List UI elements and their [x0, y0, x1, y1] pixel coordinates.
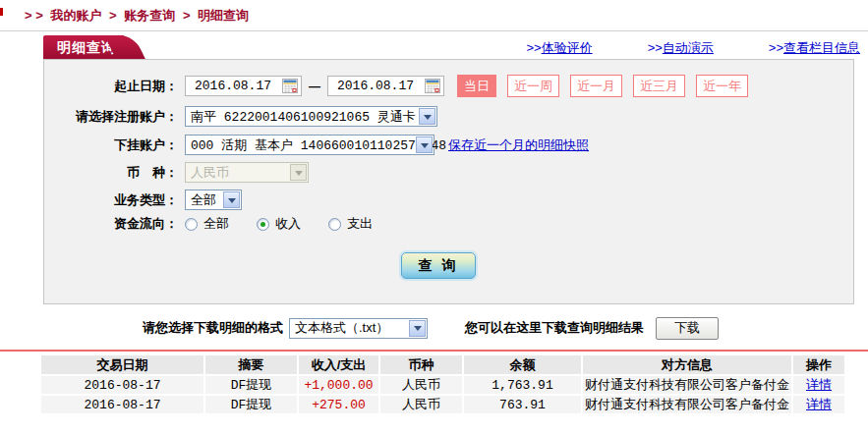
cell-counterparty: 财付通支付科技有限公司客户备付金 — [583, 376, 791, 394]
link-label: 自动演示 — [663, 40, 714, 55]
cell-amount: +275.00 — [299, 396, 378, 413]
chevron-down-icon[interactable] — [416, 136, 433, 153]
table-header-row: 交易日期 摘要 收入/支出 币种 余额 对方信息 操作 — [41, 355, 844, 374]
register-account-row: 请选择注册账户： 南平 6222001406100921065 灵通卡 — [44, 106, 437, 127]
date-range-label: 起止日期： — [44, 78, 178, 95]
breadcrumb-item-my-account[interactable]: 我的账户 — [50, 8, 101, 23]
radio-circle[interactable] — [328, 218, 341, 231]
date-range-dash: — — [309, 80, 320, 93]
quick-range-button[interactable]: 近三月 — [633, 75, 685, 97]
end-date-value: 2016.08.17 — [337, 79, 414, 93]
business-type-label: 业务类型： — [44, 191, 178, 209]
end-date-input[interactable]: 2016.08.17 — [327, 76, 444, 96]
breadcrumb-separator: > — [183, 8, 191, 23]
cell-counterparty: 财付通支付科技有限公司客户备付金 — [583, 396, 791, 413]
cell-summary: DF提现 — [205, 376, 297, 394]
quick-range-button[interactable]: 当日 — [457, 75, 496, 97]
top-divider — [0, 30, 868, 31]
download-format-value: 文本格式（.txt） — [295, 319, 388, 337]
cell-summary: DF提现 — [205, 396, 297, 413]
business-type-value: 全部 — [191, 191, 216, 209]
quick-range-button[interactable]: 近一年 — [696, 75, 748, 97]
fund-flow-option-income[interactable]: 收入 — [275, 215, 301, 233]
link-arrows: >> — [648, 40, 663, 55]
cell-date: 2016-08-17 — [41, 376, 203, 394]
chevron-down-icon[interactable] — [223, 191, 240, 208]
radio-circle[interactable] — [185, 218, 198, 231]
save-snapshot-link[interactable]: 保存近一个月的明细快照 — [448, 136, 589, 154]
cell-currency: 人民币 — [380, 376, 462, 394]
download-hint: 您可以在这里下载查询明细结果 — [465, 319, 644, 337]
fund-flow-row: 资金流向： 全部 收入 支出 — [44, 215, 394, 233]
breadcrumb-item-account-query[interactable]: 账务查询 — [124, 8, 175, 23]
sub-account-label: 下挂账户： — [44, 136, 178, 154]
chevron-down-icon — [290, 164, 307, 181]
col-header-amount: 收入/支出 — [299, 355, 378, 374]
header-links: >>体验评价 >>自动演示 >>查看栏目信息 — [526, 39, 860, 57]
col-header-summary: 摘要 — [205, 355, 297, 374]
register-account-value: 南平 6222001406100921065 灵通卡 — [191, 108, 416, 126]
calendar-icon[interactable] — [425, 79, 440, 93]
detail-link[interactable]: 详情 — [806, 377, 832, 392]
calendar-icon[interactable] — [282, 79, 298, 93]
link-label: 体验评价 — [542, 40, 593, 55]
chevron-down-icon[interactable] — [409, 320, 426, 337]
col-header-currency: 币种 — [380, 355, 462, 374]
start-date-input[interactable]: 2016.08.17 — [185, 76, 302, 96]
quick-range-button[interactable]: 近一月 — [570, 75, 622, 97]
table-row: 2016-08-17 DF提现 +1,000.00 人民币 1,763.91 财… — [41, 376, 844, 394]
transaction-table: 交易日期 摘要 收入/支出 币种 余额 对方信息 操作 2016-08-17 D… — [39, 353, 846, 415]
cell-amount: +1,000.00 — [299, 376, 378, 394]
experience-feedback-link[interactable]: >>体验评价 — [526, 39, 592, 57]
download-format-select[interactable]: 文本格式（.txt） — [289, 318, 428, 339]
register-account-label: 请选择注册账户： — [44, 108, 178, 126]
col-header-action: 操作 — [793, 355, 844, 374]
cell-currency: 人民币 — [380, 396, 462, 413]
detail-query-page: > > 我的账户 > 账务查询 > 明细查询 明细查询 >>体验评价 >>自动演… — [0, 0, 868, 434]
date-range-row: 起止日期： 2016.08.17 — 2016.08.17 — [44, 75, 748, 97]
link-label: 查看栏目信息 — [783, 40, 860, 55]
download-row: 请您选择下载明细的格式 文本格式（.txt） 您可以在这里下载查询明细结果 下载 — [0, 316, 868, 340]
chevron-down-icon[interactable] — [419, 108, 435, 125]
cell-date: 2016-08-17 — [41, 396, 203, 413]
tab-detail-query[interactable]: 明细查询 — [43, 35, 124, 59]
register-account-select[interactable]: 南平 6222001406100921065 灵通卡 — [185, 106, 437, 127]
radio-circle[interactable] — [257, 218, 269, 231]
col-header-balance: 余额 — [464, 355, 581, 374]
detail-link[interactable]: 详情 — [806, 397, 832, 411]
col-header-date: 交易日期 — [41, 355, 203, 374]
business-type-row: 业务类型： 全部 — [44, 190, 242, 210]
link-arrows: >> — [769, 40, 783, 55]
fund-flow-label: 资金流向： — [44, 215, 178, 233]
cell-balance: 763.91 — [464, 396, 581, 413]
breadcrumb-item-detail-query[interactable]: 明细查询 — [198, 8, 249, 23]
fund-flow-option-expense[interactable]: 支出 — [347, 215, 373, 233]
table-row: 2016-08-17 DF提现 +275.00 人民币 763.91 财付通支付… — [41, 396, 844, 413]
auto-demo-link[interactable]: >>自动演示 — [648, 39, 714, 57]
sub-account-row: 下挂账户： 000 活期 基本户 1406600101102571848 保存近… — [44, 135, 589, 155]
sub-account-value: 000 活期 基本户 1406600101102571848 — [191, 136, 446, 154]
view-column-info-link[interactable]: >>查看栏目信息 — [769, 39, 860, 57]
col-header-counterparty: 对方信息 — [583, 355, 791, 374]
left-edge-marker — [0, 8, 3, 16]
start-date-value: 2016.08.17 — [195, 79, 271, 93]
sub-account-select[interactable]: 000 活期 基本户 1406600101102571848 — [185, 135, 434, 155]
download-format-label: 请您选择下载明细的格式 — [143, 319, 283, 337]
currency-row: 币 种： 人民币 — [44, 162, 309, 183]
currency-label: 币 种： — [44, 164, 178, 182]
tab-title: 明细查询 — [57, 39, 116, 55]
fund-flow-options: 全部 收入 支出 — [185, 215, 394, 233]
download-button[interactable]: 下载 — [656, 317, 719, 340]
table-top-divider — [0, 350, 868, 352]
fund-flow-option-all[interactable]: 全部 — [203, 215, 229, 233]
currency-value: 人民币 — [191, 164, 229, 182]
currency-select: 人民币 — [185, 162, 309, 183]
quick-range-buttons: 当日 近一周 近一月 近三月 近一年 — [457, 75, 748, 97]
breadcrumb: > > 我的账户 > 账务查询 > 明细查询 — [25, 7, 253, 25]
business-type-select[interactable]: 全部 — [185, 190, 242, 210]
query-button[interactable]: 查 询 — [401, 252, 476, 279]
link-arrows: >> — [526, 40, 541, 55]
breadcrumb-separator: > — [109, 8, 117, 23]
quick-range-button[interactable]: 近一周 — [507, 75, 559, 97]
breadcrumb-arrows: > > — [25, 8, 43, 23]
